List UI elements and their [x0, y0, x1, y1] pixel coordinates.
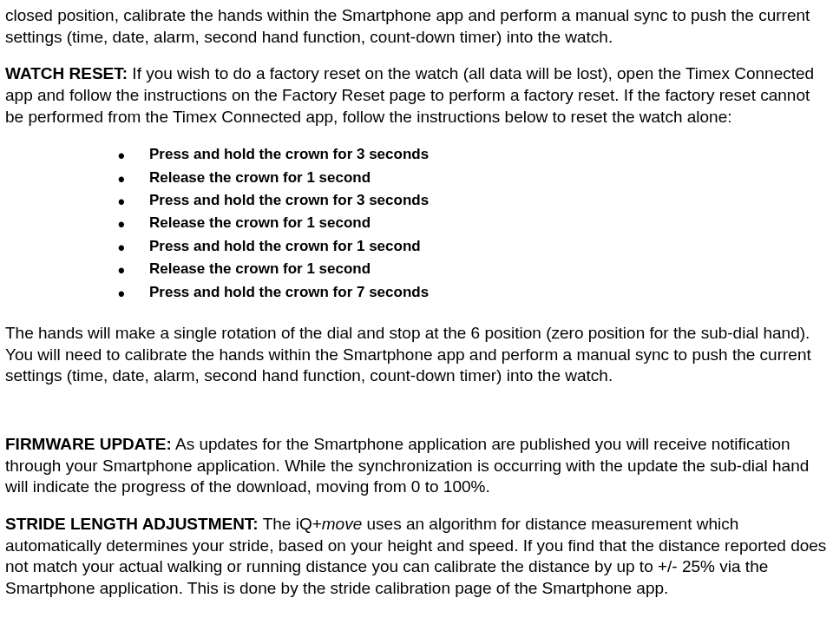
- list-item: Press and hold the crown for 1 second: [118, 235, 828, 258]
- stride-italic: move: [322, 515, 362, 533]
- post-reset-paragraph: The hands will make a single rotation of…: [5, 323, 828, 387]
- list-item: Press and hold the crown for 3 seconds: [118, 143, 828, 166]
- list-item: Press and hold the crown for 3 seconds: [118, 189, 828, 212]
- watch-reset-heading: WATCH RESET:: [5, 64, 128, 82]
- list-item: Release the crown for 1 second: [118, 212, 828, 234]
- list-item: Release the crown for 1 second: [118, 258, 828, 280]
- stride-heading: STRIDE LENGTH ADJUSTMENT:: [5, 515, 259, 533]
- list-item: Press and hold the crown for 7 seconds: [118, 281, 828, 304]
- spacer: [5, 403, 828, 434]
- reset-steps-list: Press and hold the crown for 3 seconds R…: [5, 143, 828, 303]
- stride-section: STRIDE LENGTH ADJUSTMENT: The iQ+move us…: [5, 514, 828, 600]
- firmware-heading: FIRMWARE UPDATE:: [5, 435, 172, 453]
- intro-fragment: closed position, calibrate the hands wit…: [5, 5, 828, 48]
- list-item: Release the crown for 1 second: [118, 167, 828, 189]
- firmware-section: FIRMWARE UPDATE: As updates for the Smar…: [5, 434, 828, 498]
- stride-prefix: The iQ+: [259, 515, 322, 533]
- watch-reset-section: WATCH RESET: If you wish to do a factory…: [5, 63, 828, 128]
